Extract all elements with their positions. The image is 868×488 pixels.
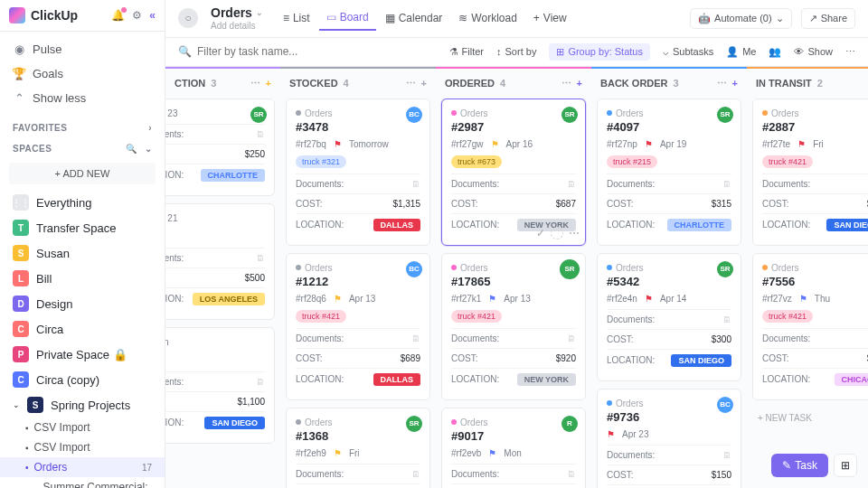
favorites-header[interactable]: FAVORITES› — [0, 116, 165, 136]
task-card[interactable]: Orders#9017R#rf2evb⚑MonDocuments:🗎COST:$… — [441, 408, 586, 488]
task-card[interactable]: Orders#3478BC#rf27bq⚑Tomorrowtruck #321D… — [286, 99, 430, 246]
location-chip[interactable]: CHICAGO — [835, 373, 869, 386]
assignee-avatar[interactable]: SR — [717, 107, 733, 123]
location-chip[interactable]: CHARLOTTE — [667, 219, 732, 231]
assign-icon[interactable] — [551, 227, 563, 239]
search-input[interactable] — [197, 45, 439, 58]
more-icon[interactable]: ⋯ — [569, 227, 580, 239]
notification-icon[interactable]: 🔔 — [111, 9, 125, 22]
apps-icon[interactable]: ⊞ — [834, 454, 857, 477]
task-card[interactable]: Orders#9736BC⚑Apr 23Documents:🗎COST:$150… — [597, 389, 741, 488]
task-card[interactable]: ⚑Mon73Documents:🗎COST:$1,100LOCATION:SAN… — [165, 327, 275, 444]
add-card-icon[interactable]: + — [421, 78, 427, 89]
tag-chip[interactable]: truck #215 — [607, 155, 657, 168]
page-title[interactable]: Orders⌄ — [211, 5, 263, 21]
location-chip[interactable]: SAN DIEGO — [204, 417, 265, 429]
flag-icon[interactable]: ⚑ — [645, 139, 653, 149]
assignee-avatar[interactable]: SR — [406, 416, 422, 432]
location-chip[interactable]: SAN DIEGO — [671, 354, 731, 367]
collapse-icon[interactable]: « — [149, 9, 156, 22]
tag-chip[interactable]: truck #421 — [762, 310, 813, 323]
task-card[interactable]: Orders#4097SR#rf27np⚑Apr 19truck #215Doc… — [597, 99, 741, 246]
assignee-avatar[interactable]: SR — [250, 107, 267, 123]
page-subtitle[interactable]: Add details — [211, 21, 263, 32]
filter-button[interactable]: ⚗ Filter — [449, 46, 484, 58]
nav-pulse[interactable]: ◉Pulse — [9, 37, 156, 61]
document-icon[interactable]: 🗎 — [567, 469, 576, 479]
location-chip[interactable]: NEW YORK — [517, 373, 576, 386]
view-view[interactable]: +View — [526, 5, 574, 31]
flag-icon[interactable]: ⚑ — [799, 294, 807, 304]
task-card[interactable]: Orders#1368SR#rf2eh9⚑FriDocuments:🗎COST:… — [286, 408, 430, 488]
view-calendar[interactable]: ▦Calendar — [378, 5, 450, 31]
sort-button[interactable]: ↕ Sort by — [496, 46, 536, 57]
tree-csv-import[interactable]: ▪CSV Import — [0, 418, 165, 437]
flag-icon[interactable]: ⚑ — [488, 294, 496, 304]
document-icon[interactable]: 🗎 — [411, 333, 420, 343]
space-design[interactable]: DDesign — [0, 291, 165, 316]
document-icon[interactable]: 🗎 — [722, 314, 731, 324]
assignee-avatar[interactable]: BC — [406, 261, 422, 277]
document-icon[interactable]: 🗎 — [256, 129, 265, 139]
new-task-fab[interactable]: ✎ Task — [771, 454, 828, 477]
flag-icon[interactable]: ⚑ — [334, 294, 342, 304]
tag-chip[interactable]: truck #421 — [762, 155, 813, 168]
assignee-icon[interactable]: 👥 — [769, 46, 781, 58]
group-button[interactable]: ⊞ Group by: Status — [549, 43, 650, 61]
document-icon[interactable]: 🗎 — [567, 179, 576, 189]
location-chip[interactable]: DALLAS — [373, 219, 421, 231]
more-icon[interactable]: ⋯ — [406, 78, 416, 89]
add-card-icon[interactable]: + — [577, 78, 582, 89]
flag-icon[interactable]: ⚑ — [488, 448, 496, 458]
location-chip[interactable]: SAN DIEGO — [826, 219, 868, 231]
space-spring-projects[interactable]: ⌄SSpring Projects — [0, 392, 165, 418]
subtasks-button[interactable]: ⌵ Subtasks — [663, 46, 713, 58]
more-icon[interactable]: ⋯ — [845, 46, 855, 58]
document-icon[interactable]: 🗎 — [411, 469, 420, 479]
more-icon[interactable]: ⋯ — [561, 78, 571, 89]
document-icon[interactable]: 🗎 — [256, 253, 265, 263]
space-transfer-space[interactable]: TTransfer Space — [0, 215, 165, 240]
gear-icon[interactable]: ⚙ — [132, 9, 142, 22]
view-workload[interactable]: ≋Workload — [451, 5, 524, 31]
document-icon[interactable]: 🗎 — [256, 377, 265, 387]
tag-chip[interactable]: truck #321 — [296, 155, 346, 168]
nav-goals[interactable]: 🏆Goals — [9, 61, 156, 86]
nav-showless[interactable]: ⌃Show less — [9, 86, 156, 110]
show-button[interactable]: 👁 Show — [794, 46, 833, 57]
assignee-avatar[interactable]: SR — [561, 107, 578, 123]
add-new-space[interactable]: + ADD NEW — [9, 163, 156, 184]
document-icon[interactable]: 🗎 — [722, 450, 731, 460]
assignee-avatar[interactable]: BC — [717, 397, 733, 413]
task-card[interactable]: Orders#17865SR#rf27k1⚑Apr 13truck #421Do… — [441, 253, 586, 400]
document-icon[interactable]: 🗎 — [722, 179, 731, 189]
space-circa[interactable]: CCirca — [0, 316, 165, 342]
tag-chip[interactable]: truck #421 — [451, 310, 502, 323]
space-susan[interactable]: SSusan — [0, 240, 165, 266]
assignee-avatar[interactable]: BC — [406, 107, 422, 123]
me-button[interactable]: 👤 Me — [726, 46, 756, 58]
location-chip[interactable]: DALLAS — [373, 373, 421, 386]
task-card[interactable]: ⚑Apr 2121Documents:🗎COST:$500LOCATION:LO… — [165, 203, 275, 320]
location-chip[interactable]: LOS ANGELES — [193, 293, 265, 305]
space-circa-copy-[interactable]: CCirca (copy) — [0, 367, 165, 392]
tag-chip[interactable]: truck #673 — [451, 155, 502, 168]
task-card[interactable]: Orders#2887#rf27te⚑Fritruck #421Document… — [752, 99, 868, 246]
task-card[interactable]: SR⚑Apr 23Documents:🗎COST:$250LOCATION:CH… — [165, 99, 275, 196]
tree-csv-import[interactable]: ▪CSV Import — [0, 437, 165, 457]
complete-icon[interactable]: ✓ — [536, 227, 545, 239]
document-icon[interactable]: 🗎 — [567, 333, 576, 343]
space-bill[interactable]: LBill — [0, 266, 165, 291]
tag-chip[interactable]: truck #421 — [296, 310, 346, 323]
space-private-space-[interactable]: PPrivate Space 🔒 — [0, 342, 165, 367]
flag-icon[interactable]: ⚑ — [645, 294, 653, 304]
chevron-down-icon[interactable]: ⌄ — [145, 144, 153, 154]
flag-icon[interactable]: ⚑ — [797, 139, 806, 149]
new-task-button[interactable]: + NEW TASK — [752, 408, 868, 428]
location-chip[interactable]: CHARLOTTE — [201, 169, 266, 182]
automate-button[interactable]: 🤖 Automate (0) ⌄ — [690, 8, 792, 29]
share-button[interactable]: ↗ Share — [801, 8, 855, 29]
assignee-avatar[interactable]: R — [561, 416, 578, 432]
flag-icon[interactable]: ⚑ — [491, 139, 499, 149]
task-card[interactable]: Orders#5342SR#rf2e4n⚑Apr 14Documents:🗎CO… — [597, 253, 741, 381]
